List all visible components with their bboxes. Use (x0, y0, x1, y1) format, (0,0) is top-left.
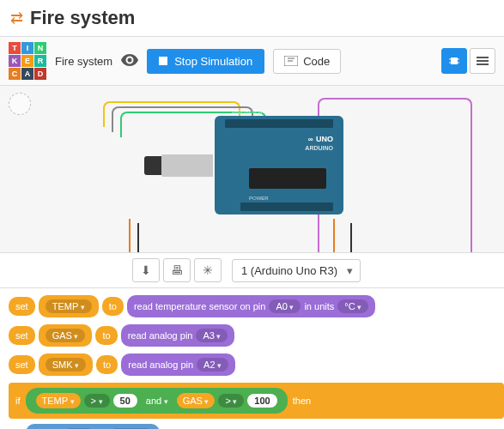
svg-rect-4 (451, 57, 458, 64)
board-selector[interactable]: 1 (Arduino Uno R3) (232, 259, 361, 282)
svg-point-0 (128, 57, 132, 62)
block-set-gas[interactable]: set GAS to read analog pin A3 (9, 324, 504, 347)
block-set-smk[interactable]: set SMK to read analog pin A2 (9, 353, 504, 376)
circuit-canvas[interactable]: DIGITAL (PWM~) ∞ UNO ARDUINO POWER (0, 86, 504, 253)
bug-icon: ✳ (203, 263, 213, 277)
block-set-temp[interactable]: set TEMP to read temperature sensor on p… (9, 295, 504, 317)
view-toggle (441, 48, 495, 74)
main-toolbar: TIN KER CAD Fire system Stop Simulation … (0, 36, 504, 86)
usb-cable (144, 156, 161, 175)
digital-pins[interactable] (225, 119, 333, 128)
fullscreen-button[interactable] (9, 93, 31, 115)
page-header: ⇄ Fire system (0, 0, 504, 36)
download-button[interactable]: ⬇ (132, 258, 160, 282)
block-set-pin[interactable]: set pin 12 to HIGH (26, 424, 504, 429)
print-button[interactable]: 🖶 (163, 258, 191, 282)
chip-icon (448, 55, 460, 67)
retweet-icon: ⇄ (10, 9, 23, 27)
component-view-button[interactable] (441, 48, 467, 74)
tinkercad-logo[interactable]: TIN KER CAD (9, 42, 46, 80)
stop-label: Stop Simulation (174, 55, 252, 68)
project-name[interactable]: Fire system (55, 55, 112, 68)
usb-connector (161, 154, 213, 177)
printer-icon: 🖶 (171, 263, 183, 277)
stop-icon (159, 57, 167, 65)
block-if[interactable]: if TEMP > 50 and GAS > 100 then (9, 383, 504, 419)
debug-button[interactable]: ✳ (194, 258, 222, 282)
code-button[interactable]: Code (273, 49, 341, 74)
analog-pins[interactable] (240, 202, 333, 211)
visibility-icon[interactable] (121, 54, 138, 69)
blocks-editor[interactable]: set TEMP to read temperature sensor on p… (0, 288, 504, 429)
code-toolbar: ⬇ 🖶 ✳ 1 (Arduino Uno R3) (0, 253, 504, 288)
code-icon (284, 56, 298, 66)
list-icon (477, 56, 489, 66)
arduino-board[interactable]: DIGITAL (PWM~) ∞ UNO ARDUINO POWER (215, 116, 343, 214)
condition-and[interactable]: TEMP > 50 and GAS > 100 (26, 388, 288, 414)
stop-simulation-button[interactable]: Stop Simulation (147, 49, 264, 74)
microcontroller-chip (249, 168, 326, 189)
code-label: Code (303, 55, 330, 68)
list-view-button[interactable] (470, 48, 495, 74)
board-label: ∞ UNO ARDUINO (305, 135, 333, 152)
download-icon: ⬇ (141, 263, 151, 277)
page-title: Fire system (30, 7, 135, 29)
selected-board: 1 (Arduino Uno R3) (241, 264, 337, 277)
